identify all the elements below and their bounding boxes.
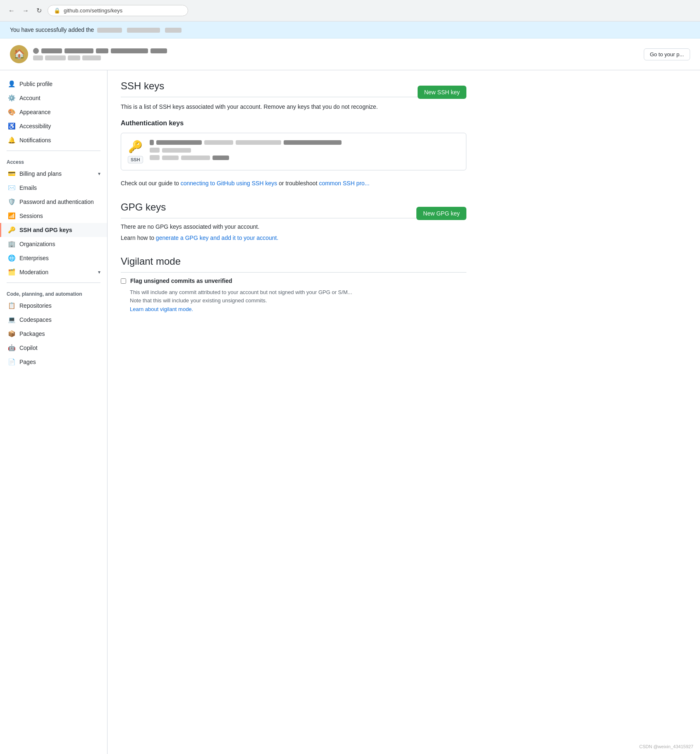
new-ssh-key-button[interactable]: New SSH key (418, 86, 466, 99)
code-section-title: Code, planning, and automation (0, 286, 107, 299)
sidebar-item-packages[interactable]: 📦 Packages (0, 327, 107, 341)
sidebar-label-notifications: Notifications (19, 137, 51, 144)
moderation-icon: 🗂️ (8, 268, 15, 276)
sidebar-item-sessions[interactable]: 📶 Sessions (0, 209, 107, 223)
reload-button[interactable]: ↻ (35, 5, 43, 16)
sidebar-item-billing[interactable]: 💳 Billing and plans ▾ (0, 167, 107, 181)
auth-keys-title: Authentication keys (121, 120, 466, 127)
email-icon: ✉️ (8, 184, 15, 191)
avatar-emoji: 🏠 (14, 49, 25, 60)
sidebar-item-notifications[interactable]: 🔔 Notifications (0, 133, 107, 147)
sidebar-label-codespaces: Codespaces (19, 316, 52, 323)
bell-icon: 🔔 (8, 136, 15, 144)
sidebar-item-password[interactable]: 🛡️ Password and authentication (0, 195, 107, 209)
sidebar-item-public-profile[interactable]: 👤 Public profile (0, 77, 107, 91)
user-name-blur-5 (151, 48, 167, 53)
back-button[interactable]: ← (7, 5, 17, 16)
sidebar-label-public-profile: Public profile (19, 81, 53, 87)
ssh-section-desc: This is a list of SSH keys associated wi… (121, 102, 466, 111)
sidebar-item-emails[interactable]: ✉️ Emails (0, 181, 107, 195)
sidebar-label-billing: Billing and plans (19, 170, 62, 177)
gpg-generate-link[interactable]: generate a GPG key and add it to your ac… (156, 235, 279, 241)
content-area: SSH keys New SSH key This is a list of S… (108, 70, 480, 754)
guide-or: or troubleshoot (279, 180, 317, 187)
key-row-2 (150, 148, 459, 153)
ssh-section: SSH keys New SSH key This is a list of S… (121, 80, 466, 188)
sidebar-item-codespaces[interactable]: 💻 Codespaces (0, 313, 107, 327)
vigilant-mode-title: Vigilant mode (121, 256, 466, 273)
sidebar-label-moderation: Moderation (19, 269, 48, 275)
pages-icon: 📄 (8, 358, 15, 366)
ssh-key-card: 🔑 SSH (121, 133, 466, 170)
key-icon-wrap: 🔑 SSH (128, 140, 143, 163)
address-bar[interactable]: 🔒 github.com/settings/keys (48, 5, 188, 16)
sidebar-label-sessions: Sessions (19, 213, 43, 219)
gpg-section: GPG keys New GPG key There are no GPG ke… (121, 201, 466, 242)
sidebar-item-pages[interactable]: 📄 Pages (0, 355, 107, 369)
key-name-blur-4 (284, 140, 342, 145)
main-layout: 👤 Public profile ⚙️ Account 🎨 Appearance… (0, 70, 700, 754)
banner-blur-2 (127, 28, 160, 33)
sidebar-item-account[interactable]: ⚙️ Account (0, 91, 107, 105)
key-detail-icon (150, 140, 154, 145)
banner-blur-1 (97, 28, 122, 33)
sidebar-label-appearance: Appearance (19, 109, 51, 115)
sidebar-label-organizations: Organizations (19, 241, 55, 247)
gpg-section-title: GPG keys (121, 201, 466, 218)
sidebar-item-copilot[interactable]: 🤖 Copilot (0, 341, 107, 355)
guide-prefix: Check out our guide to (121, 180, 179, 187)
key-row-1 (150, 140, 459, 145)
ssh-guide-link[interactable]: connecting to GitHub using SSH keys (181, 180, 277, 187)
key-nev-blur-1 (150, 155, 160, 160)
key-add-blur-1 (150, 148, 160, 153)
key-nev-blur-4 (213, 156, 229, 160)
key-details (150, 140, 459, 160)
vigilant-checkbox[interactable] (121, 278, 126, 284)
user-name-blur-1 (41, 48, 62, 53)
sidebar-divider-1 (7, 151, 100, 151)
vigilant-section: Vigilant mode Flag unsigned commits as u… (121, 256, 466, 312)
gear-icon: ⚙️ (8, 94, 15, 102)
go-to-profile-button[interactable]: Go to your p... (644, 48, 690, 60)
shield-icon: 🛡️ (8, 198, 15, 206)
sidebar-item-accessibility[interactable]: ♿ Accessibility (0, 119, 107, 133)
sidebar-label-ssh-gpg: SSH and GPG keys (19, 227, 72, 233)
key-add-blur-2 (162, 148, 191, 153)
billing-icon: 💳 (8, 170, 15, 177)
sidebar-item-repositories[interactable]: 📋 Repositories (0, 299, 107, 313)
gpg-guide-text: Learn how to generate a GPG key and add … (121, 233, 466, 242)
ssh-problems-link[interactable]: common SSH pro... (319, 180, 369, 187)
new-gpg-key-button[interactable]: New GPG key (416, 207, 466, 220)
sidebar-label-pages: Pages (19, 359, 36, 365)
vigilant-desc-2: Note that this will include your existin… (130, 297, 466, 305)
user-sub-row (33, 55, 167, 60)
gpg-learn-prefix: Learn how to (121, 235, 154, 241)
user-name-blur-3 (96, 48, 108, 53)
sidebar-item-ssh-gpg[interactable]: 🔑 SSH and GPG keys (0, 223, 107, 237)
key-nev-blur-2 (162, 156, 179, 160)
person-icon: 👤 (8, 80, 15, 88)
vigilant-learn-link[interactable]: Learn about vigilant mode. (130, 306, 466, 312)
sidebar-label-accessibility: Accessibility (19, 123, 51, 129)
accessibility-icon: ♿ (8, 122, 15, 130)
sidebar-item-organizations[interactable]: 🏢 Organizations (0, 237, 107, 251)
vigilant-checkbox-row: Flag unsigned commits as unverified (121, 278, 466, 284)
sidebar-label-emails: Emails (19, 184, 37, 191)
globe-icon: 🌐 (8, 254, 15, 262)
user-name-blur-2 (65, 48, 93, 53)
sidebar-item-appearance[interactable]: 🎨 Appearance (0, 105, 107, 119)
forward-button[interactable]: → (21, 5, 31, 16)
sidebar-item-moderation[interactable]: 🗂️ Moderation ▾ (0, 265, 107, 279)
user-sub-2 (45, 55, 66, 60)
vigilant-checkbox-label: Flag unsigned commits as unverified (130, 278, 232, 284)
ssh-badge: SSH (128, 156, 143, 163)
paintbrush-icon: 🎨 (8, 108, 15, 116)
copilot-icon: 🤖 (8, 344, 15, 352)
user-sub-1 (33, 55, 43, 60)
sidebar-item-enterprises[interactable]: 🌐 Enterprises (0, 251, 107, 265)
success-banner: You have successfully added the (0, 22, 700, 38)
key-icon: 🔑 (8, 226, 15, 234)
avatar: 🏠 (10, 45, 28, 63)
org-icon: 🏢 (8, 240, 15, 248)
vigilant-desc-1: This will include any commit attributed … (130, 288, 466, 297)
